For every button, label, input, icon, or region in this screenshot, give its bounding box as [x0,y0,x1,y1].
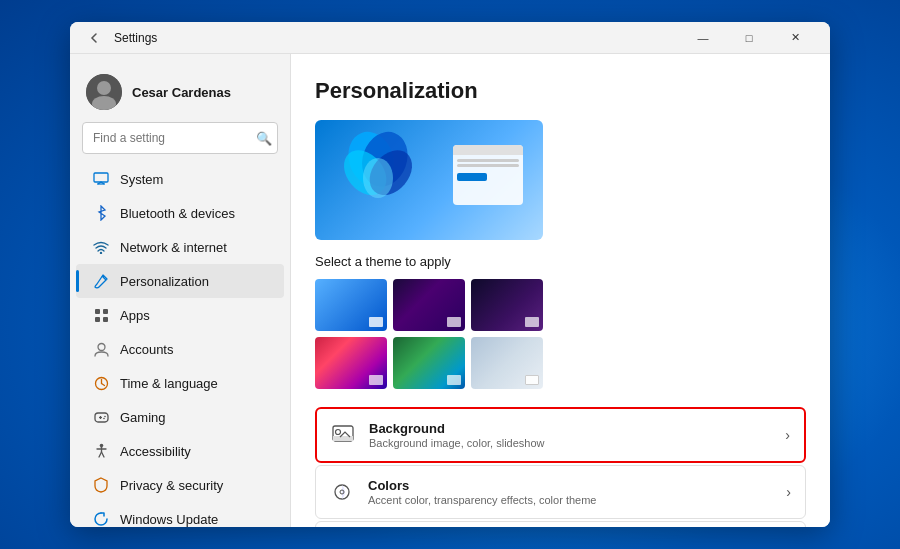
svg-rect-3 [94,173,108,182]
svg-line-24 [101,452,104,457]
sidebar-item-bluetooth[interactable]: Bluetooth & devices [76,196,284,230]
hero-window-card [453,145,523,205]
apps-icon [92,306,110,324]
sidebar-label-apps: Apps [120,308,150,323]
maximize-button[interactable]: □ [726,22,772,54]
user-section: Cesar Cardenas [70,66,290,122]
sidebar-label-update: Windows Update [120,512,218,527]
svg-point-32 [336,430,341,435]
theme-thumb-2[interactable] [393,279,465,331]
background-chevron: › [785,427,790,443]
colors-subtitle: Accent color, transparency effects, colo… [368,494,772,506]
background-row-text: Background Background image, color, slid… [369,421,771,449]
svg-rect-10 [103,317,108,322]
svg-point-5 [100,252,102,254]
sidebar-label-time: Time & language [120,376,218,391]
sidebar-label-gaming: Gaming [120,410,166,425]
theme-section-label: Select a theme to apply [315,254,806,269]
sidebar-label-privacy: Privacy & security [120,478,223,493]
theme3-window [525,317,539,327]
hero-theme-preview [315,120,543,240]
theme4-window [369,375,383,385]
sidebar-label-bluetooth: Bluetooth & devices [120,206,235,221]
sidebar-label-accessibility: Accessibility [120,444,191,459]
sidebar-item-network[interactable]: Network & internet [76,230,284,264]
colors-title: Colors [368,478,772,493]
user-icon [92,340,110,358]
background-title: Background [369,421,771,436]
hero-window-line1 [457,159,519,162]
content-area: Cesar Cardenas 🔍 System Bluetooth & devi… [70,54,830,527]
theme5-window [447,375,461,385]
search-input[interactable] [82,122,278,154]
search-icon: 🔍 [256,131,272,146]
settings-row-background[interactable]: Background Background image, color, slid… [315,407,806,463]
minimize-button[interactable]: — [680,22,726,54]
close-button[interactable]: ✕ [772,22,818,54]
svg-rect-9 [95,317,100,322]
titlebar: Settings — □ ✕ [70,22,830,54]
back-button[interactable] [82,26,106,50]
svg-line-23 [99,452,102,457]
colors-chevron: › [786,484,791,500]
username: Cesar Cardenas [132,85,231,100]
sidebar-label-network: Network & internet [120,240,227,255]
background-subtitle: Background image, color, slideshow [369,437,771,449]
svg-point-11 [98,343,105,350]
hero-window-line2 [457,164,519,167]
colors-icon [330,480,354,504]
sidebar-item-accessibility[interactable]: Accessibility [76,434,284,468]
search-box: 🔍 [82,122,278,154]
brush-icon [92,272,110,290]
wifi-icon [92,238,110,256]
main-content: Personalization [290,54,830,527]
hero-wallpaper-svg [333,128,423,228]
colors-row-text: Colors Accent color, transparency effect… [368,478,772,506]
sidebar-item-update[interactable]: Windows Update [76,502,284,527]
sidebar-item-privacy[interactable]: Privacy & security [76,468,284,502]
shield-icon [92,476,110,494]
theme6-window [525,375,539,385]
monitor-icon [92,170,110,188]
background-icon [331,423,355,447]
svg-rect-8 [103,309,108,314]
sidebar-label-system: System [120,172,163,187]
avatar [86,74,122,110]
sidebar-item-time[interactable]: Time & language [76,366,284,400]
accessibility-icon [92,442,110,460]
theme-thumb-3[interactable] [471,279,543,331]
theme-grid [315,279,806,389]
sidebar: Cesar Cardenas 🔍 System Bluetooth & devi… [70,54,290,527]
svg-point-19 [103,417,105,419]
sidebar-item-gaming[interactable]: Gaming [76,400,284,434]
gaming-icon [92,408,110,426]
svg-rect-7 [95,309,100,314]
theme2-window [447,317,461,327]
window-title: Settings [114,31,680,45]
hero-window-btn [457,173,487,181]
settings-row-themes[interactable]: Themes Install, create, manage › [315,521,806,527]
theme1-window [369,317,383,327]
svg-point-1 [97,81,111,95]
sidebar-item-apps[interactable]: Apps [76,298,284,332]
clock-icon [92,374,110,392]
svg-line-14 [101,383,104,385]
sidebar-item-personalization[interactable]: Personalization [76,264,284,298]
theme-thumb-6[interactable] [471,337,543,389]
sidebar-item-accounts[interactable]: Accounts [76,332,284,366]
hero-window-body [453,155,523,205]
settings-window: Settings — □ ✕ [70,22,830,527]
settings-row-colors[interactable]: Colors Accent color, transparency effect… [315,465,806,519]
theme-thumb-1[interactable] [315,279,387,331]
theme-thumb-4[interactable] [315,337,387,389]
page-title: Personalization [315,78,806,104]
svg-point-18 [104,415,106,417]
window-controls: — □ ✕ [680,22,818,54]
bluetooth-icon [92,204,110,222]
theme-thumb-5[interactable] [393,337,465,389]
svg-point-29 [363,158,393,198]
update-icon [92,510,110,527]
settings-list: Background Background image, color, slid… [315,407,806,527]
sidebar-item-system[interactable]: System [76,162,284,196]
hero-window-titlebar [453,145,523,155]
